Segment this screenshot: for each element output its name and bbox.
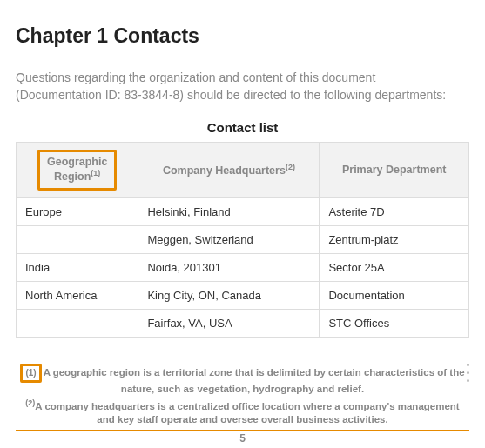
table-row: North AmericaKing City, ON, CanadaDocume… [17,282,469,310]
cell-hq: Noida, 201301 [138,254,320,282]
cell-dept: Asterite 7D [320,198,469,226]
footnote-2: (2)A company headquarters is a centraliz… [16,398,469,427]
col-header-dept: Primary Department [320,142,469,197]
cell-region: Europe [17,198,138,226]
intro-paragraph: Questions regarding the organization and… [16,69,469,104]
region-header-sup: (1) [91,169,100,177]
intro-line-2: (Documentation ID: 83-3844-8) should be … [16,88,446,102]
footnote-1: (1)A geographic region is a territorial … [16,364,469,396]
contact-table: Geographic Region(1) Company Headquarter… [16,142,469,338]
footnote-1-marker-highlight: (1) [20,364,41,383]
table-row: Fairfax, VA, USASTC Offices [17,310,469,338]
region-header-line2: Region [54,171,91,183]
footnotes: (1)A geographic region is a territorial … [16,358,469,429]
cell-dept: Zentrum-platz [320,226,469,254]
hq-header-text: Company Headquarters [163,164,286,177]
footnote-2-text: A company headquarters is a centralized … [35,401,459,425]
cell-hq: Helsinki, Finland [138,198,320,226]
footnote-1-text: A geographic region is a territorial zon… [44,367,465,394]
cell-region: India [17,254,138,282]
table-caption: Contact list [16,120,469,135]
footnote-2-marker: (2) [25,398,35,407]
region-header-line1: Geographic [47,156,107,168]
table-row: EuropeHelsinki, FinlandAsterite 7D [17,198,469,226]
cell-dept: Documentation [320,282,469,310]
cell-hq: Fairfax, VA, USA [138,310,320,338]
cell-region [17,310,138,338]
chapter-heading: Chapter 1 Contacts [16,24,469,48]
cell-hq: Meggen, Switzerland [138,226,320,254]
cell-dept: Sector 25A [320,254,469,282]
region-header-highlight: Geographic Region(1) [37,150,117,191]
col-header-hq: Company Headquarters(2) [138,142,320,197]
cell-region: North America [17,282,138,310]
cell-region [17,226,138,254]
cell-dept: STC Offices [320,310,469,338]
table-row: IndiaNoida, 201301Sector 25A [17,254,469,282]
intro-line-1: Questions regarding the organization and… [16,70,375,84]
col-header-region: Geographic Region(1) [17,142,138,197]
table-row: Meggen, SwitzerlandZentrum-platz [17,226,469,254]
page-number: 5 [16,430,469,445]
table-header-row: Geographic Region(1) Company Headquarter… [17,142,469,197]
hq-header-sup: (2) [286,163,295,171]
cell-hq: King City, ON, Canada [138,282,320,310]
